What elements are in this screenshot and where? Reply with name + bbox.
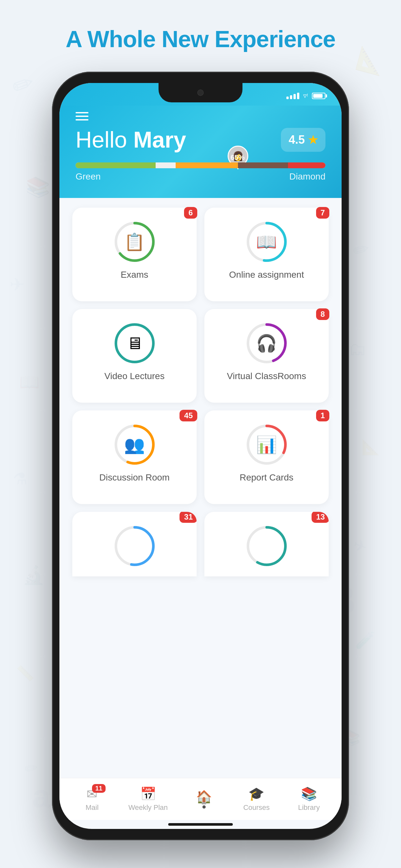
- status-icons: ▿ᵎ: [286, 92, 326, 100]
- badge-exams: 6: [184, 207, 197, 219]
- greeting-text: Hello Mary: [75, 127, 186, 153]
- weekly-plan-icon: 📅: [140, 786, 156, 802]
- partial-cards-row: 31 13: [72, 512, 329, 577]
- video-lectures-label: Video Lectures: [104, 371, 164, 381]
- svg-text:✏: ✏: [8, 67, 38, 102]
- home-indicator: [168, 823, 233, 826]
- nav-item-home[interactable]: 🏠: [188, 789, 220, 809]
- partial-card-right[interactable]: 13: [204, 512, 329, 577]
- report-cards-icon: 📊: [256, 435, 277, 455]
- video-lectures-icon-circle: 🖥: [112, 321, 157, 366]
- badge-discussion-room: 45: [180, 410, 197, 422]
- exams-icon-circle: 📋: [112, 219, 157, 265]
- svg-text:🗂: 🗂: [349, 339, 366, 359]
- home-icon: 🏠: [196, 789, 212, 805]
- virtual-classrooms-icon: 🎧: [256, 334, 277, 353]
- svg-text:✈: ✈: [351, 535, 370, 557]
- report-cards-label: Report Cards: [240, 472, 294, 483]
- mail-label: Mail: [86, 803, 98, 812]
- card-online-assignment[interactable]: 7 📖 Online assignment: [204, 208, 329, 301]
- card-exams[interactable]: 6 📋 Exams: [72, 208, 197, 301]
- discussion-room-icon-circle: 👥: [112, 422, 157, 467]
- rating-badge: 4.5 ★: [281, 128, 326, 152]
- card-report-cards[interactable]: 1 📊 Report Cards: [204, 410, 329, 504]
- cards-grid: 6 📋 Exams 7: [72, 208, 329, 504]
- library-label: Library: [298, 803, 320, 812]
- wifi-icon: ▿ᵎ: [303, 92, 308, 100]
- content-area: 6 📋 Exams 7: [59, 198, 342, 778]
- library-icon: 📚: [301, 786, 317, 802]
- progress-container: 👩 65% Green Diamond: [75, 162, 326, 182]
- svg-text:✈: ✈: [10, 275, 25, 294]
- svg-text:✏: ✏: [23, 758, 40, 778]
- nav-item-mail[interactable]: 11 ✉ Mail: [76, 786, 108, 812]
- svg-text:⚗: ⚗: [13, 470, 27, 488]
- exams-label: Exams: [121, 270, 149, 280]
- phone-shell: ▿ᵎ Hello Mary 4.5 ★: [52, 72, 349, 840]
- badge-partial-right: 13: [312, 512, 329, 523]
- home-active-dot: [203, 805, 206, 809]
- phone-screen: ▿ᵎ Hello Mary 4.5 ★: [59, 83, 342, 829]
- courses-icon: 🎓: [248, 786, 265, 802]
- star-icon: ★: [308, 133, 318, 146]
- online-assignment-label: Online assignment: [229, 270, 304, 280]
- badge-virtual-classrooms: 8: [316, 308, 329, 320]
- card-discussion-room[interactable]: 45 👥 Discussion Room: [72, 410, 197, 504]
- badge-report-cards: 1: [316, 410, 329, 422]
- virtual-classrooms-label: Virtual ClassRooms: [227, 371, 306, 381]
- progress-labels: Green Diamond: [75, 172, 326, 182]
- badge-online-assignment: 7: [316, 207, 329, 219]
- nav-item-weekly-plan[interactable]: 📅 Weekly Plan: [128, 786, 168, 812]
- svg-text:📚: 📚: [26, 176, 50, 198]
- report-cards-icon-circle: 📊: [244, 422, 289, 467]
- exams-icon: 📋: [124, 232, 145, 252]
- online-assignment-icon: 📖: [256, 232, 277, 252]
- progress-percent: 65%: [230, 153, 245, 162]
- notch: [158, 83, 243, 102]
- bottom-navigation: 11 ✉ Mail 📅 Weekly Plan 🏠 🎓 Courses 📚 Li…: [59, 778, 342, 820]
- card-video-lectures[interactable]: 🖥 Video Lectures: [72, 309, 197, 403]
- badge-partial-left: 31: [180, 512, 197, 523]
- weekly-plan-label: Weekly Plan: [128, 803, 168, 812]
- menu-button[interactable]: [75, 112, 92, 120]
- svg-text:📏: 📏: [16, 664, 35, 682]
- online-assignment-icon-circle: 📖: [244, 219, 289, 265]
- video-lectures-icon: 🖥: [126, 334, 143, 353]
- greeting-row: Hello Mary 4.5 ★: [75, 127, 326, 153]
- svg-text:🧪: 🧪: [355, 631, 375, 650]
- nav-item-library[interactable]: 📚 Library: [293, 786, 325, 812]
- page-title: A Whole New Experience: [66, 26, 335, 52]
- nav-item-courses[interactable]: 🎓 Courses: [240, 786, 273, 812]
- virtual-classrooms-icon-circle: 🎧: [244, 321, 289, 366]
- card-virtual-classrooms[interactable]: 8 🎧 Virtual ClassRooms: [204, 309, 329, 403]
- discussion-room-label: Discussion Room: [99, 472, 170, 483]
- progress-bar: [75, 162, 326, 168]
- battery-icon: [312, 93, 326, 99]
- app-header: Hello Mary 4.5 ★ 👩 65%: [59, 105, 342, 198]
- svg-text:📐: 📐: [353, 44, 388, 78]
- camera-dot: [197, 89, 204, 96]
- discussion-room-icon: 👥: [124, 435, 145, 455]
- courses-label: Courses: [243, 803, 270, 812]
- mail-badge: 11: [92, 784, 105, 793]
- svg-text:📐: 📐: [362, 438, 380, 456]
- signal-icon: [286, 93, 299, 99]
- partial-card-left[interactable]: 31: [72, 512, 197, 577]
- svg-text:✏: ✏: [351, 237, 372, 262]
- svg-text:🔬: 🔬: [23, 565, 45, 586]
- svg-text:📖: 📖: [19, 372, 40, 392]
